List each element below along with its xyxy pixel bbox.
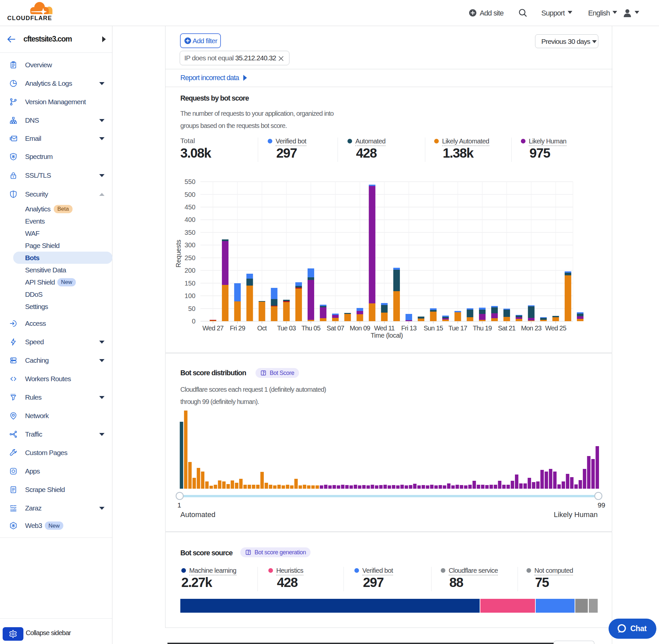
svg-text:Sat 07: Sat 07 <box>327 324 345 332</box>
svg-text:50: 50 <box>188 305 195 312</box>
svg-text:500: 500 <box>185 191 195 198</box>
svg-text:Wed 11: Wed 11 <box>374 324 395 332</box>
svg-text:Sun 15: Sun 15 <box>424 324 443 332</box>
svg-text:100: 100 <box>185 292 195 299</box>
svg-text:Time (local): Time (local) <box>371 332 403 339</box>
svg-text:550: 550 <box>185 178 195 185</box>
svg-text:Tue 03: Tue 03 <box>277 324 296 332</box>
svg-text:300: 300 <box>185 242 195 249</box>
svg-text:Fri 13: Fri 13 <box>401 324 417 332</box>
svg-text:Sat 21: Sat 21 <box>498 324 516 332</box>
svg-text:400: 400 <box>185 216 195 223</box>
svg-text:Mon 09: Mon 09 <box>350 324 371 332</box>
svg-text:350: 350 <box>185 229 195 236</box>
svg-text:Oct: Oct <box>257 324 267 332</box>
svg-text:Requests: Requests <box>175 240 182 268</box>
svg-text:Tue 17: Tue 17 <box>448 324 467 332</box>
svg-text:Thu 05: Thu 05 <box>301 324 321 332</box>
svg-text:450: 450 <box>185 204 195 211</box>
svg-text:250: 250 <box>185 254 195 261</box>
svg-text:Mon 23: Mon 23 <box>521 324 542 332</box>
svg-text:Fri 29: Fri 29 <box>230 324 245 332</box>
svg-text:Thu 19: Thu 19 <box>473 324 492 332</box>
svg-text:200: 200 <box>185 267 195 274</box>
svg-text:Wed 25: Wed 25 <box>545 324 566 332</box>
svg-text:Wed 27: Wed 27 <box>203 324 223 332</box>
svg-text:150: 150 <box>185 280 195 287</box>
svg-text:0: 0 <box>192 318 195 325</box>
